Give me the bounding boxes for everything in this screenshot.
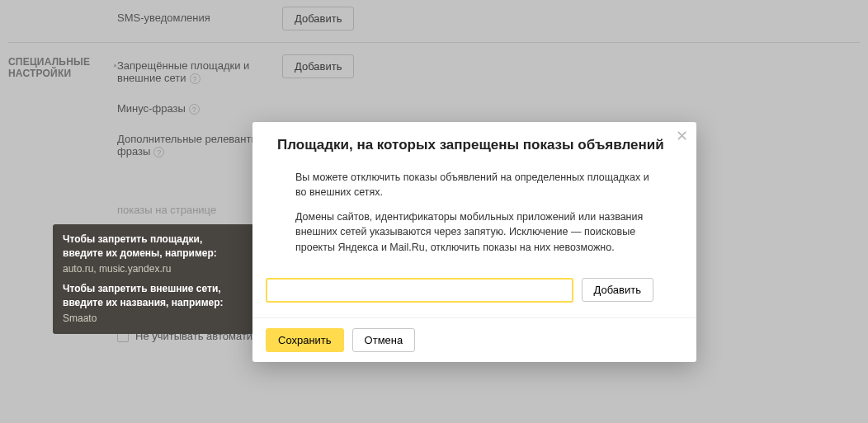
modal-paragraph-2: Домены сайтов, идентификаторы мобильных … [295, 209, 653, 254]
modal-title: Площадки, на которых запрещены показы об… [277, 137, 672, 153]
close-icon[interactable]: ✕ [673, 129, 690, 145]
modal-input-row: Добавить [252, 278, 696, 317]
page-root: SMS-уведомления Добавить СПЕЦИАЛЬНЫЕ НАС… [0, 0, 868, 423]
modal-header: Площадки, на которых запрещены показы об… [252, 122, 696, 163]
input-tooltip: Чтобы запретить площадки, введите их дом… [53, 224, 254, 334]
modal-paragraph-1: Вы можете отключить показы объявлений на… [295, 170, 653, 200]
modal-add-button[interactable]: Добавить [582, 278, 653, 302]
cancel-button[interactable]: Отмена [352, 328, 416, 352]
tooltip-line-2: Чтобы запретить внешние сети, введите их… [63, 282, 244, 310]
save-button[interactable]: Сохранить [266, 328, 344, 352]
blocked-sites-modal: ✕ Площадки, на которых запрещены показы … [252, 122, 696, 362]
modal-footer: Сохранить Отмена [252, 317, 696, 362]
tooltip-line-1: Чтобы запретить площадки, введите их дом… [63, 233, 244, 261]
blocked-sites-input[interactable] [266, 278, 573, 303]
modal-body: Вы можете отключить показы объявлений на… [252, 163, 696, 278]
tooltip-example-1: auto.ru, music.yandex.ru [63, 262, 244, 276]
tooltip-example-2: Smaato [63, 312, 244, 326]
